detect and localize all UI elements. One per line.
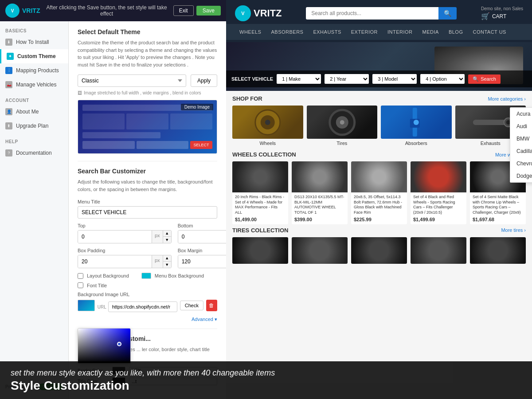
vehicle-search-button[interactable]: 🔍 Search <box>468 74 501 84</box>
padding-margin-row: Box Padding px ▲ ▼ Box Margin px ▲ <box>78 248 217 268</box>
sidebar-item-manage-vehicles[interactable]: 🚗 Manage Vehicles <box>0 78 68 92</box>
option-select[interactable]: 4 | Option <box>420 74 465 84</box>
shop-for-more[interactable]: More categories › <box>488 96 526 102</box>
tires-section: TIRES COLLECTION More tires › <box>232 227 526 264</box>
sidebar-nav: BASEICS ⬇ How To Install ✦ Custom Theme … <box>0 21 69 399</box>
margin-input[interactable] <box>178 255 226 268</box>
top-unit: px <box>152 231 163 243</box>
save-button[interactable]: Save <box>196 6 221 16</box>
bottom-banner: set the menu style exactly as you like, … <box>0 361 532 399</box>
nav-interior[interactable]: INTERIOR <box>383 24 417 40</box>
wheel-img-4 <box>411 161 466 192</box>
check-button[interactable]: Check <box>180 301 203 310</box>
padding-stepper[interactable]: ▲ ▼ <box>163 255 171 268</box>
padding-decrement[interactable]: ▼ <box>163 262 171 268</box>
shop-item-absorbers[interactable]: Absorbers <box>381 106 452 146</box>
demo-cell-3 <box>170 113 212 129</box>
wheel-item-4[interactable]: Set of 4 Black and Red Wheels - Sports R… <box>411 161 466 224</box>
top-decrement[interactable]: ▼ <box>163 237 171 243</box>
svg-rect-9 <box>473 120 508 125</box>
color-picker-overlay[interactable] <box>78 328 131 364</box>
sidebar-item-about-me[interactable]: 👤 About Me <box>0 105 68 119</box>
advanced-link[interactable]: Advanced ▾ <box>78 316 217 322</box>
nav-media[interactable]: MEDIA <box>418 24 443 40</box>
color-picker-inner[interactable] <box>78 329 130 363</box>
wheel-info-3: 20x8.5, 35 Offset, 5x114.3 Bolt Pattern,… <box>351 192 407 224</box>
svg-point-8 <box>414 120 419 125</box>
cart-button[interactable]: 🛒 CART <box>481 12 523 20</box>
layout-bg-checkbox[interactable] <box>78 273 83 279</box>
theme-select[interactable]: Classic <box>78 74 186 87</box>
nav-section-baseics: BASEICS <box>0 26 68 35</box>
delete-url-button[interactable]: 🗑 <box>206 300 217 311</box>
wheel-info-2: DS13 20X10 6X135/5.5 MT-BLK-MIL-12MM AUT… <box>292 192 348 224</box>
nav-exterior[interactable]: EXTERIOR <box>347 24 382 40</box>
store-header-top: V VRITZ 🔍 Demo site, non Sales 🛒 CART <box>226 0 532 24</box>
store-body: SHOP FOR More categories › Wheels <box>226 91 532 383</box>
dropdown-dodge[interactable]: Dodge <box>510 170 532 182</box>
url-input[interactable] <box>108 301 177 312</box>
vs-label: SELECT VEHICLE <box>231 76 273 82</box>
wheel-item-3[interactable]: 20x8.5, 35 Offset, 5x114.3 Bolt Pattern,… <box>351 161 407 224</box>
bottom-col: Bottom px ▲ ▼ <box>178 223 226 243</box>
model-select[interactable]: 3 | Model <box>372 74 417 84</box>
dropdown-audi[interactable]: Audi <box>510 120 532 133</box>
wheel-price-4: $1,499.69 <box>413 217 464 222</box>
shop-item-wheels[interactable]: Wheels <box>232 106 303 146</box>
menu-title-input[interactable] <box>78 206 217 219</box>
upgrade-icon: ⬆ <box>5 122 12 129</box>
nav-exhausts[interactable]: EXHAUSTS <box>309 24 345 40</box>
search-bar-desc: Adjust the following values to change th… <box>78 178 217 193</box>
wheel-img-2 <box>292 161 348 192</box>
tire-img-4 <box>411 237 466 264</box>
store-hero: SELECT VEHICLE 1 | Make 2 | Year 3 | Mod… <box>226 42 532 91</box>
dropdown-chevrolet[interactable]: Chevrolet <box>510 157 532 170</box>
nav-contact-us[interactable]: CONTACT US <box>468 24 511 40</box>
shop-item-tires[interactable]: Tires <box>307 106 378 146</box>
wheels-image <box>232 106 303 139</box>
wheel-item-2[interactable]: DS13 20X10 6X135/5.5 MT-BLK-MIL-12MM AUT… <box>292 161 348 224</box>
padding-increment[interactable]: ▲ <box>163 255 171 262</box>
nav-wheels[interactable]: WHEELS <box>235 24 266 40</box>
year-select[interactable]: 2 | Year <box>325 74 369 84</box>
app-logo: V VRITZ <box>5 4 40 18</box>
dropdown-bmw[interactable]: BMW <box>510 133 532 145</box>
sidebar-item-label: How To Install <box>16 39 49 45</box>
color-picker-dot[interactable] <box>117 342 121 346</box>
tires-more[interactable]: More tires › <box>501 227 526 233</box>
wheel-title-4: Set of 4 Black and Red Wheels - Sports R… <box>413 195 464 215</box>
sidebar-item-custom-theme[interactable]: ✦ Custom Theme <box>0 49 68 63</box>
padding-input[interactable] <box>78 255 152 268</box>
bottom-input[interactable] <box>178 231 226 243</box>
nav-absorbers[interactable]: ABSORBERS <box>266 24 308 40</box>
about-icon: 👤 <box>5 108 12 115</box>
bottom-input-group: px ▲ ▼ <box>178 230 226 243</box>
wheel-item-1[interactable]: 20 Inch Rims - Black Rims - Set of 4 Whe… <box>232 161 288 224</box>
advanced-toggle[interactable]: Advanced ▾ <box>192 317 217 322</box>
make-select[interactable]: 1 | Make <box>277 74 321 84</box>
top-label: Top <box>78 223 172 228</box>
docs-icon: ? <box>5 149 12 156</box>
nav-blog[interactable]: BLOG <box>444 24 468 40</box>
install-icon: ⬇ <box>5 39 12 46</box>
exit-button[interactable]: Exit <box>173 5 194 16</box>
sidebar-item-mapping-products[interactable]: ⋮ Mapping Products <box>0 63 68 78</box>
top-col: Top px ▲ ▼ <box>78 223 172 243</box>
top-increment[interactable]: ▲ <box>163 231 171 237</box>
store-search-input[interactable] <box>306 7 438 20</box>
sidebar-item-how-to-install[interactable]: ⬇ How To Install <box>0 35 68 49</box>
demo-cell-2 <box>126 113 168 129</box>
menu-box-bg-swatch[interactable] <box>141 273 151 279</box>
dropdown-acura[interactable]: Acura <box>510 108 532 120</box>
theme-section-desc: Customize the theme of the product searc… <box>78 39 217 68</box>
store-search-button[interactable]: 🔍 <box>438 7 457 20</box>
sidebar-item-upgrade-plan[interactable]: ⬆ Upgrade Plan <box>0 119 68 133</box>
apply-button[interactable]: Apply <box>191 74 217 87</box>
font-title-checkbox[interactable] <box>78 282 83 288</box>
top-stepper[interactable]: ▲ ▼ <box>163 231 171 243</box>
bg-image-url-label: Background Image URL <box>78 292 217 297</box>
dropdown-cadillac[interactable]: Cadillac <box>510 145 532 157</box>
sidebar-item-documentation[interactable]: ? Documentation <box>0 146 68 160</box>
wheel-info-1: 20 Inch Rims - Black Rims - Set of 4 Whe… <box>232 192 288 224</box>
top-input[interactable] <box>78 231 152 243</box>
